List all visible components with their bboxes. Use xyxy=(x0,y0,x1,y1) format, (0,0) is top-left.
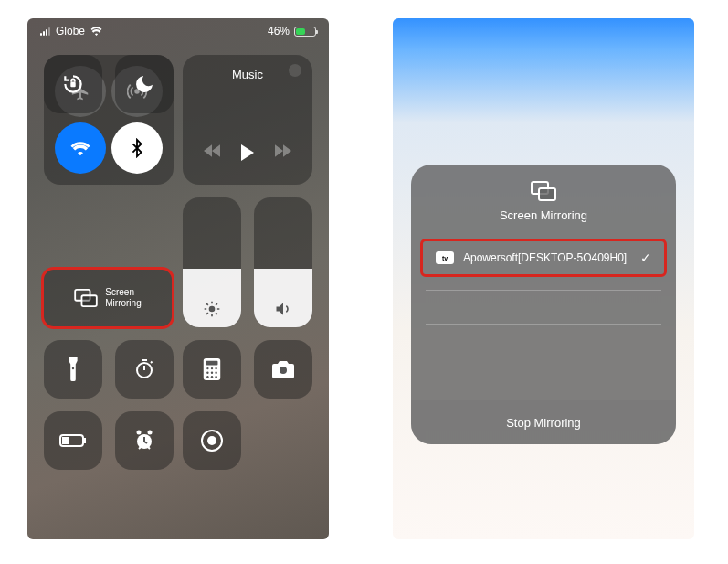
battery-percent-label: 46% xyxy=(268,25,290,37)
orientation-lock-toggle[interactable] xyxy=(44,55,102,113)
play-icon[interactable] xyxy=(240,144,255,161)
svg-point-9 xyxy=(206,367,208,369)
volume-icon xyxy=(254,300,312,318)
check-icon: ✓ xyxy=(640,250,651,265)
svg-rect-3 xyxy=(82,295,97,306)
volume-slider[interactable] xyxy=(254,197,312,327)
svg-point-14 xyxy=(215,371,216,373)
screen-record-button[interactable] xyxy=(183,411,241,470)
brightness-slider[interactable] xyxy=(183,197,241,327)
svg-point-18 xyxy=(280,367,287,374)
camera-button[interactable] xyxy=(254,340,312,399)
control-center: Music xyxy=(44,55,312,521)
low-power-mode-toggle[interactable] xyxy=(44,411,102,470)
volume-fill xyxy=(254,269,312,327)
appletv-icon: tv xyxy=(436,251,454,264)
status-bar: Globe 46% xyxy=(27,18,329,44)
svg-point-12 xyxy=(206,371,208,373)
music-title: Music xyxy=(183,68,312,81)
brightness-fill xyxy=(183,269,241,327)
svg-point-11 xyxy=(215,367,216,369)
svg-point-15 xyxy=(206,376,208,378)
phone-control-center: Globe 46% xyxy=(27,18,329,539)
stop-mirroring-label: Stop Mirroring xyxy=(506,416,581,430)
svg-point-13 xyxy=(211,371,213,373)
screen-mirroring-label: Screen Mirroring xyxy=(105,287,141,309)
do-not-disturb-toggle[interactable] xyxy=(115,55,174,113)
svg-point-16 xyxy=(211,376,213,378)
wifi-status-icon xyxy=(90,27,102,36)
next-track-icon[interactable] xyxy=(275,144,291,161)
calculator-button[interactable] xyxy=(183,340,241,399)
alarm-button[interactable] xyxy=(115,411,174,470)
battery-fill xyxy=(296,28,305,35)
svg-point-10 xyxy=(211,367,213,369)
svg-point-4 xyxy=(209,306,216,313)
svg-point-26 xyxy=(207,436,216,445)
sheet-title: Screen Mirroring xyxy=(500,208,587,222)
svg-point-5 xyxy=(72,367,74,369)
svg-rect-21 xyxy=(62,437,69,444)
timer-button[interactable] xyxy=(115,340,174,399)
wifi-toggle[interactable] xyxy=(55,122,106,174)
brightness-icon xyxy=(183,300,241,318)
music-module[interactable]: Music xyxy=(183,55,312,185)
prev-track-icon[interactable] xyxy=(204,144,220,161)
carrier-label: Globe xyxy=(56,25,85,37)
svg-rect-28 xyxy=(539,188,555,200)
signal-bars-icon xyxy=(40,27,50,36)
screen-mirroring-icon xyxy=(74,289,98,307)
bluetooth-toggle[interactable] xyxy=(111,122,163,174)
battery-icon xyxy=(294,27,316,37)
flashlight-button[interactable] xyxy=(44,340,102,399)
svg-point-17 xyxy=(215,376,216,378)
screen-mirroring-sheet: Screen Mirroring tv Apowersoft[DESKTOP-5… xyxy=(411,165,676,444)
separator xyxy=(426,290,661,291)
screen-mirroring-icon xyxy=(530,181,557,201)
svg-point-23 xyxy=(137,431,142,435)
svg-point-24 xyxy=(148,431,153,435)
separator xyxy=(426,324,661,325)
device-name-label: Apowersoft[DESKTOP-5O409H0] xyxy=(463,251,631,264)
phone-mirroring-sheet: Screen Mirroring tv Apowersoft[DESKTOP-5… xyxy=(393,18,694,539)
stop-mirroring-button[interactable]: Stop Mirroring xyxy=(411,400,676,444)
mirroring-device-row[interactable]: tv Apowersoft[DESKTOP-5O409H0] ✓ xyxy=(420,239,667,277)
svg-rect-1 xyxy=(70,82,75,87)
svg-rect-8 xyxy=(206,361,218,366)
screen-mirroring-button[interactable]: Screen Mirroring xyxy=(41,267,174,329)
svg-rect-20 xyxy=(84,438,86,443)
